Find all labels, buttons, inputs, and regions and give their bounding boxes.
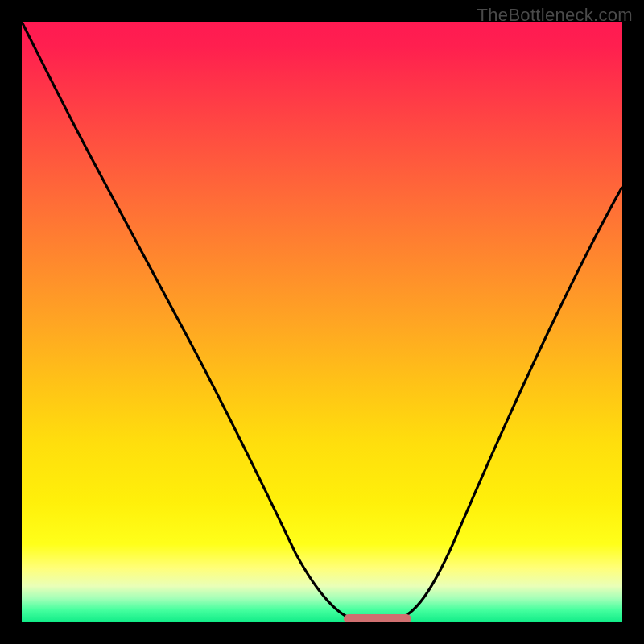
curve-left-branch bbox=[22, 22, 353, 619]
chart-frame: TheBottleneck.com bbox=[0, 0, 644, 644]
bottleneck-curve bbox=[22, 22, 622, 622]
plot-area bbox=[22, 22, 622, 622]
curve-right-branch bbox=[398, 187, 622, 619]
minimum-marker bbox=[344, 614, 411, 622]
